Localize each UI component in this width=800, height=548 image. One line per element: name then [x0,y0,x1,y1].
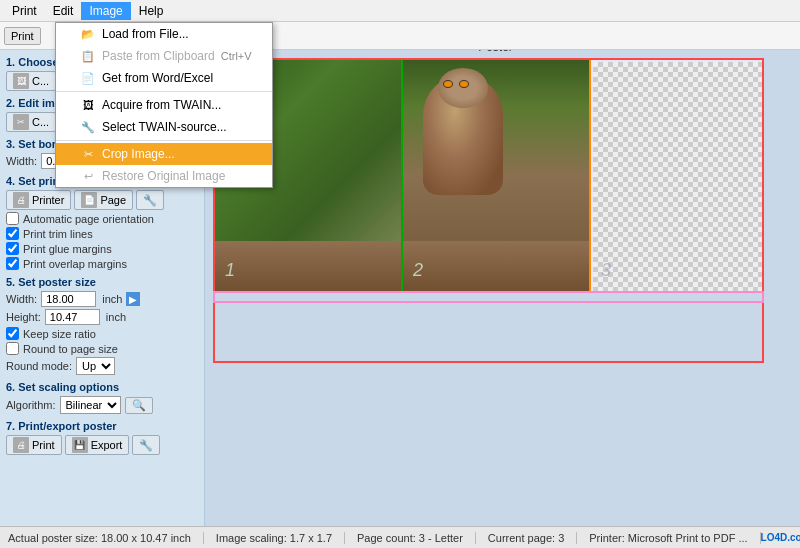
print-overlap-checkbox[interactable] [6,257,19,270]
round-mode-label: Round mode: [6,360,72,372]
keep-ratio-label: Keep size ratio [23,328,96,340]
choose-image-button[interactable]: 🖼 C... [6,71,56,91]
menu-separator-2 [56,140,272,141]
border-width-label: Width: [6,155,37,167]
print-trim-label: Print trim lines [23,228,93,240]
print-trim-checkbox[interactable] [6,227,19,240]
print-glue-label: Print glue margins [23,243,112,255]
height-input[interactable] [45,309,100,325]
width-label: Width: [6,293,37,305]
printer-icon: 🖨 [13,192,29,208]
round-page-row: Round to page size [6,342,198,355]
export-icon: 💾 [72,437,88,453]
auto-orient-label: Automatic page orientation [23,213,154,225]
select-twain-icon: 🔧 [80,119,96,135]
menu-image[interactable]: Image [81,2,130,20]
page-icon: 📄 [81,192,97,208]
round-mode-select[interactable]: Up [76,357,115,375]
width-row: Width: inch ▶ [6,291,198,307]
menu-help[interactable]: Help [131,2,172,20]
twain-icon: 🖼 [80,97,96,113]
print-glue-row: Print glue margins [6,242,198,255]
keep-ratio-row: Keep size ratio [6,327,198,340]
height-label: Height: [6,311,41,323]
algo-info-button[interactable]: 🔍 [125,397,153,414]
width-input[interactable] [41,291,96,307]
width-increment-button[interactable]: ▶ [126,292,140,306]
step5-title: 5. Set poster size [6,276,198,288]
print-glue-checkbox[interactable] [6,242,19,255]
page-container: 1 2 3 [213,58,773,368]
menu-get-word[interactable]: 📄 Get from Word/Excel [56,67,272,89]
algo-select[interactable]: Bilinear [60,396,121,414]
image-scaling-status: Image scaling: 1.7 x 1.7 [204,532,345,544]
export-button[interactable]: 💾 Export [65,435,130,455]
print-overlap-row: Print overlap margins [6,257,198,270]
paste-icon: 📋 [80,48,96,64]
print-options-buttons: 🖨 Printer 📄 Page 🔧 [6,190,198,210]
crop-icon: ✂ [13,114,29,130]
step7-title: 7. Print/export poster [6,420,198,432]
print-icon: 🖨 [13,437,29,453]
page-extra-icon: 🔧 [143,194,157,207]
menubar: Print Edit Image Help [0,0,800,22]
menu-select-twain[interactable]: 🔧 Select TWAIN-source... [56,116,272,138]
auto-orient-row: Automatic page orientation [6,212,198,225]
image-dropdown-menu: 📂 Load from File... 📋 Paste from Clipboa… [55,22,273,188]
height-row: Height: inch [6,309,198,325]
poster-area: Poster 1 [213,58,778,378]
keep-ratio-checkbox[interactable] [6,327,19,340]
page-extra-button[interactable]: 🔧 [136,190,164,210]
menu-crop-image[interactable]: ✂ Crop Image... [56,143,272,165]
word-icon: 📄 [80,70,96,86]
round-page-checkbox[interactable] [6,342,19,355]
algo-row: Algorithm: Bilinear 🔍 [6,396,198,414]
image-icon: 🖼 [13,73,29,89]
current-page-status: Current page: 3 [476,532,577,544]
printer-button[interactable]: 🖨 Printer [6,190,71,210]
page-count-status: Page count: 3 - Letter [345,532,476,544]
page-2: 2 [401,58,591,293]
content-area: Poster 1 [205,50,800,526]
menu-acquire-twain[interactable]: 🖼 Acquire from TWAIN... [56,94,272,116]
menu-paste-clipboard: 📋 Paste from Clipboard Ctrl+V [56,45,272,67]
page-num-1: 1 [225,260,235,281]
restore-icon: ↩ [80,168,96,184]
menu-print[interactable]: Print [4,2,45,20]
width-unit: inch [102,293,122,305]
menu-load-file[interactable]: 📂 Load from File... [56,23,272,45]
print-trim-row: Print trim lines [6,227,198,240]
page-button[interactable]: 📄 Page [74,190,133,210]
actual-size-status: Actual poster size: 18.00 x 10.47 inch [8,532,204,544]
print-toolbar-button[interactable]: Print [4,27,41,45]
statusbar: Actual poster size: 18.00 x 10.47 inch I… [0,526,800,548]
printer-status: Printer: Microsoft Print to PDF ... [577,532,760,544]
page-num-2: 2 [413,260,423,281]
menu-restore-image: ↩ Restore Original Image [56,165,272,187]
step6-title: 6. Set scaling options [6,381,198,393]
round-mode-row: Round mode: Up [6,357,198,375]
menu-edit[interactable]: Edit [45,2,82,20]
print-button[interactable]: 🖨 Print [6,435,62,455]
page-3: 3 [589,58,764,293]
load-file-icon: 📂 [80,26,96,42]
round-page-label: Round to page size [23,343,118,355]
print-export-buttons: 🖨 Print 💾 Export 🔧 [6,435,198,455]
poster-title: Poster [213,50,778,54]
edit-image-button1[interactable]: ✂ C... [6,112,56,132]
extra-button[interactable]: 🔧 [132,435,160,455]
checkerboard-pattern [593,62,763,293]
crop-menu-icon: ✂ [80,146,96,162]
menu-separator-1 [56,91,272,92]
print-overlap-label: Print overlap margins [23,258,127,270]
page-num-3: 3 [601,260,611,281]
height-unit: inch [106,311,126,323]
algo-label: Algorithm: [6,399,56,411]
app-logo: LO4D.com [761,532,800,543]
auto-orient-checkbox[interactable] [6,212,19,225]
